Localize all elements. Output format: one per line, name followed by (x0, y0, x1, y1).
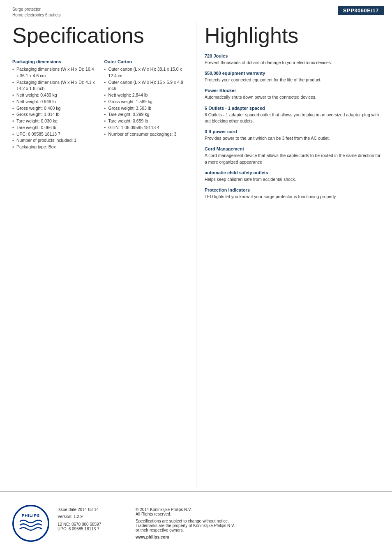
product-name: Home electronics 6 outlets (12, 12, 61, 18)
svg-text:PHILIPS: PHILIPS (22, 513, 40, 518)
list-item: Nett weight: 0.948 lb (12, 99, 96, 105)
highlight-item-desc: A cord management device that allows the… (205, 153, 384, 165)
packaging-section: Packaging dimensions Packaging dimension… (12, 53, 96, 150)
highlight-item: $50,000 equipment warranty Protects your… (205, 71, 384, 83)
list-item: Tare weight: 0.066 lb (12, 125, 96, 131)
specifications-column: Specifications Packaging dimensions Pack… (0, 21, 196, 489)
highlight-item: 3 ft power cord Provides power to the un… (205, 129, 384, 141)
list-item: Nett weight: 0.430 kg (12, 92, 96, 99)
model-number: SPP3060E/17 (338, 6, 384, 15)
list-item: Outer carton (L x W x H): 38.1 x 15.0 x … (104, 66, 188, 79)
list-item: Packaging dimensions (W x H x D): 4.1 x … (12, 79, 96, 92)
packaging-title: Packaging dimensions (12, 59, 96, 64)
highlight-item-desc: 6 Outlets - 1 adapter spaced outlet that… (205, 112, 384, 124)
spec-cols: Packaging dimensions Packaging dimension… (12, 53, 188, 150)
highlight-item-title: 720 Joules (205, 53, 384, 58)
highlight-item-desc: Protects your connected equipment for th… (205, 77, 384, 83)
footer-nc: 12 NC: 8670 000 58597 (58, 522, 123, 527)
list-item: Number of consumer packagings: 3 (104, 131, 188, 138)
footer-copyright: © 2014 Koninklijke Philips N.V. All Righ… (136, 507, 235, 516)
footer-issue-date: Issue date 2014-03-14 (58, 507, 123, 512)
footer-version: Version: 1.2.9 (58, 514, 123, 519)
list-item: Outer carton (L x W x H): 15 x 5.9 x 4.9… (104, 79, 188, 92)
list-item: Tare weight: 0.299 kg (104, 111, 188, 118)
footer-upc: UPC: 6 09585 18113 7 (58, 527, 123, 531)
highlight-item: automatic child safety outlets Helps kee… (205, 170, 384, 183)
list-item: Packaging type: Box (12, 144, 96, 150)
footer-website: www.philips.com (136, 535, 235, 539)
main-content: Specifications Packaging dimensions Pack… (0, 21, 392, 489)
packaging-list: Packaging dimensions (W x H x D): 10.4 x… (12, 66, 96, 150)
list-item: UPC: 6 09585 18113 7 (12, 131, 96, 138)
product-type: Surge protector (12, 7, 61, 12)
list-item: Nett weight: 2.844 lb (104, 92, 188, 99)
highlights-column: Highlights 720 Joules Prevent thousands … (196, 21, 392, 489)
list-item: Gross weight: 0.460 kg (12, 105, 96, 112)
highlight-item-title: Cord Management (205, 146, 384, 151)
footer-right: © 2014 Koninklijke Philips N.V. All Righ… (136, 507, 235, 539)
outer-carton-list: Outer carton (L x W x H): 38.1 x 15.0 x … (104, 66, 188, 137)
highlight-item-title: 6 Outlets - 1 adapter spaced (205, 106, 384, 111)
outer-carton-section: Outer Carton Outer carton (L x W x H): 3… (104, 53, 188, 150)
page-title: Specifications (12, 25, 188, 46)
highlight-item-title: Protection indicators (205, 187, 384, 192)
product-info: Surge protector Home electronics 6 outle… (12, 7, 61, 18)
highlight-item: 6 Outlets - 1 adapter spaced 6 Outlets -… (205, 106, 384, 124)
list-item: Packaging dimensions (W x H x D): 10.4 x… (12, 66, 96, 79)
highlights-title: Highlights (205, 25, 384, 46)
list-item: Gross weight: 3.503 lb (104, 105, 188, 112)
list-item: GTIN: 1 06 09585 18113 4 (104, 125, 188, 131)
list-item: Number of products included: 1 (12, 137, 96, 144)
highlight-item-title: Power Blocker (205, 88, 384, 93)
highlight-item-title: automatic child safety outlets (205, 170, 384, 175)
outer-carton-title: Outer Carton (104, 59, 188, 64)
list-item: Tare weight: 0.030 kg (12, 118, 96, 125)
highlight-item-title: 3 ft power cord (205, 129, 384, 134)
highlight-item: Cord Management A cord management device… (205, 146, 384, 165)
highlight-item-desc: Helps keep children safe from accidental… (205, 176, 384, 183)
footer-left: Issue date 2014-03-14 Version: 1.2.9 12 … (58, 507, 123, 531)
list-item: Gross weight: 1.589 kg (104, 99, 188, 105)
highlight-item: Protection indicators LED lights let you… (205, 187, 384, 200)
highlight-item: 720 Joules Prevent thousands of dollars … (205, 53, 384, 66)
philips-logo: PHILIPS (12, 505, 49, 542)
highlight-item-desc: Provides power to the unit which can be … (205, 135, 384, 141)
list-item: Tare weight: 0.659 lb (104, 118, 188, 125)
footer: PHILIPS Issue date 2014-03-14 Version: 1… (0, 491, 392, 555)
highlight-item-desc: LED lights let you know if your surge pr… (205, 194, 384, 200)
highlight-item: Power Blocker Automatically shuts down p… (205, 88, 384, 100)
footer-row1: Issue date 2014-03-14 Version: 1.2.9 12 … (58, 507, 380, 539)
highlight-item-desc: Automatically shuts down power to the co… (205, 94, 384, 100)
footer-content: Issue date 2014-03-14 Version: 1.2.9 12 … (53, 507, 380, 539)
footer-spec-notice: Specifications are subject to change wit… (136, 519, 235, 532)
list-item: Gross weight: 1.014 lb (12, 111, 96, 118)
highlight-item-desc: Prevent thousands of dollars of damage t… (205, 60, 384, 66)
highlight-item-title: $50,000 equipment warranty (205, 71, 384, 76)
